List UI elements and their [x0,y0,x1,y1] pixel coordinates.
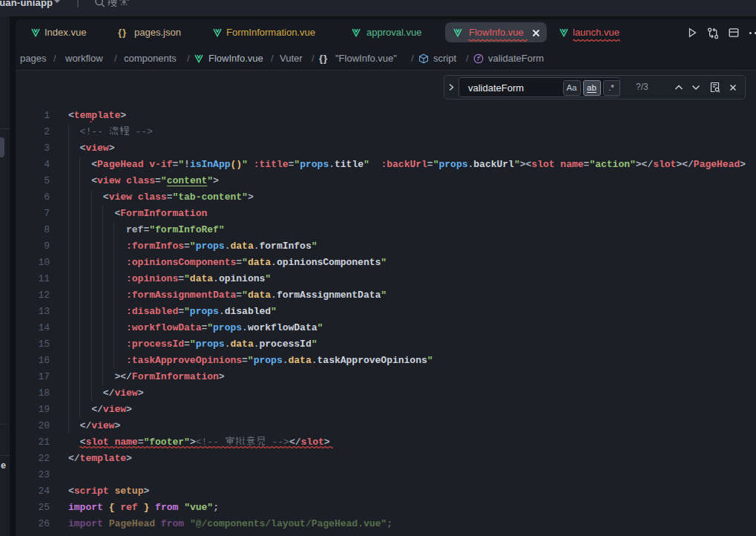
svg-text:f: f [476,56,481,63]
